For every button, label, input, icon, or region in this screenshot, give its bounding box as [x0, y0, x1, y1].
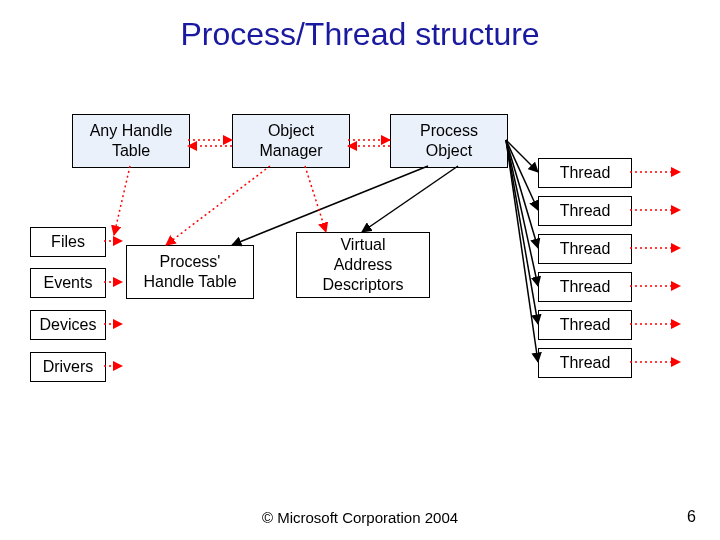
svg-line-17 — [362, 166, 458, 232]
label: ProcessObject — [420, 121, 478, 161]
box-files: Files — [30, 227, 106, 257]
label: Thread — [560, 239, 611, 259]
box-thread: Thread — [538, 234, 632, 264]
box-thread: Thread — [538, 348, 632, 378]
label: Thread — [560, 353, 611, 373]
box-process-object: ProcessObject — [390, 114, 508, 168]
page-title: Process/Thread structure — [0, 16, 720, 53]
page-number: 6 — [687, 508, 696, 526]
svg-line-7 — [506, 140, 538, 286]
box-process-handle-table: Process'Handle Table — [126, 245, 254, 299]
label: Any HandleTable — [90, 121, 173, 161]
box-devices: Devices — [30, 310, 106, 340]
box-thread: Thread — [538, 272, 632, 302]
label: Process'Handle Table — [143, 252, 236, 292]
label: Events — [44, 273, 93, 293]
label: Files — [51, 232, 85, 252]
svg-line-9 — [506, 140, 538, 362]
label: ObjectManager — [259, 121, 322, 161]
box-events: Events — [30, 268, 106, 298]
box-any-handle-table: Any HandleTable — [72, 114, 190, 168]
svg-line-19 — [305, 166, 326, 232]
box-thread: Thread — [538, 158, 632, 188]
label: Thread — [560, 201, 611, 221]
svg-line-20 — [114, 166, 130, 235]
label: VirtualAddressDescriptors — [323, 235, 404, 295]
svg-line-4 — [506, 140, 538, 172]
label: Thread — [560, 315, 611, 335]
label: Thread — [560, 163, 611, 183]
box-thread: Thread — [538, 196, 632, 226]
label: Thread — [560, 277, 611, 297]
svg-line-5 — [506, 140, 538, 210]
svg-line-6 — [506, 140, 538, 248]
label: Devices — [40, 315, 97, 335]
box-drivers: Drivers — [30, 352, 106, 382]
box-vad: VirtualAddressDescriptors — [296, 232, 430, 298]
svg-line-18 — [166, 166, 270, 245]
copyright-footer: © Microsoft Corporation 2004 — [0, 509, 720, 526]
svg-line-8 — [506, 140, 538, 324]
label: Drivers — [43, 357, 94, 377]
box-object-manager: ObjectManager — [232, 114, 350, 168]
box-thread: Thread — [538, 310, 632, 340]
